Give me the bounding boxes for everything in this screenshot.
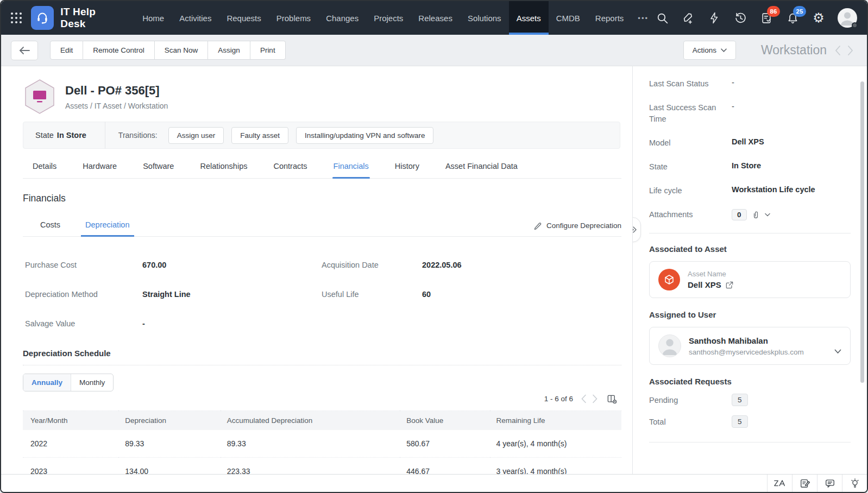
settings-gear-icon[interactable]: ⚙ <box>812 11 826 25</box>
nav-item-requests[interactable]: Requests <box>219 1 268 35</box>
depreciation-schedule-title: Depreciation Schedule <box>23 349 621 365</box>
assign-button[interactable]: Assign <box>208 41 250 60</box>
sidebar-field-attachments: Attachments 0 <box>649 209 851 220</box>
remote-control-button[interactable]: Remote Control <box>83 41 155 60</box>
avatar-status-dot <box>852 22 858 28</box>
tab-hardware[interactable]: Hardware <box>81 153 118 178</box>
notes-edit-icon[interactable] <box>792 475 817 492</box>
print-button[interactable]: Print <box>250 41 286 60</box>
toggle-monthly[interactable]: Monthly <box>71 374 113 391</box>
tab-contracts[interactable]: Contracts <box>272 153 308 178</box>
app-window: IT Help Desk Home Activities Requests Pr… <box>0 0 868 493</box>
subtab-depreciation[interactable]: Depreciation <box>84 215 130 236</box>
transition-faulty-asset-button[interactable]: Faulty asset <box>231 127 288 144</box>
tab-history[interactable]: History <box>394 153 420 178</box>
cell-book-value: 580.67 <box>400 430 489 458</box>
column-header-remaining-life[interactable]: Remaining Life <box>490 411 621 431</box>
notifications-bell-icon[interactable]: 25 <box>785 11 800 25</box>
actions-dropdown-button[interactable]: Actions <box>683 41 736 60</box>
cell-book-value: 446.67 <box>400 458 489 475</box>
tab-details[interactable]: Details <box>32 153 58 178</box>
nav-item-releases[interactable]: Releases <box>411 1 460 35</box>
financials-subtabs: Costs Depreciation Configure Depreciatio… <box>23 215 621 237</box>
table-row[interactable]: 2022 89.33 89.33 580.67 4 year(s), 4 mon… <box>23 430 621 458</box>
zia-assistant-icon[interactable] <box>767 475 792 492</box>
chat-icon[interactable] <box>817 475 842 492</box>
page-previous-icon[interactable] <box>581 394 587 403</box>
breadcrumb[interactable]: Assets / IT Asset / Workstation <box>65 102 168 110</box>
purchase-cost-value: 670.00 <box>142 261 322 269</box>
total-label: Total <box>649 418 732 426</box>
quick-actions-zap-icon[interactable] <box>707 11 721 25</box>
top-navigation-bar: IT Help Desk Home Activities Requests Pr… <box>1 1 867 35</box>
pending-count-badge[interactable]: 5 <box>732 394 748 406</box>
table-row[interactable]: 2023 134.00 223.33 446.67 3 year(s), 4 m… <box>23 458 621 475</box>
lightbulb-tips-icon[interactable] <box>842 475 867 492</box>
approvals-tasks-icon[interactable]: 86 <box>759 11 773 25</box>
configure-depreciation-link[interactable]: Configure Depreciation <box>533 221 621 236</box>
associated-asset-card[interactable]: Asset Name Dell XPS <box>649 261 851 298</box>
chevron-down-icon[interactable] <box>765 213 770 217</box>
nav-item-projects[interactable]: Projects <box>366 1 411 35</box>
scan-now-button[interactable]: Scan Now <box>155 41 209 60</box>
nav-item-assets[interactable]: Assets <box>509 1 549 35</box>
nav-more-icon[interactable]: ••• <box>631 1 655 35</box>
back-button[interactable] <box>11 41 38 60</box>
previous-record-icon[interactable] <box>834 45 841 56</box>
history-icon[interactable] <box>733 11 747 25</box>
field-label: Attachments <box>649 209 732 220</box>
page-next-icon[interactable] <box>592 394 598 403</box>
column-header-year-month[interactable]: Year/Month <box>23 411 118 431</box>
search-icon[interactable] <box>655 11 669 25</box>
total-count-badge[interactable]: 5 <box>732 415 748 428</box>
pending-label: Pending <box>649 396 732 404</box>
user-avatar[interactable] <box>838 8 857 28</box>
paperclip-icon[interactable] <box>751 210 760 219</box>
toggle-annually[interactable]: Annually <box>23 374 71 391</box>
depreciation-fields: Purchase Cost 670.00 Acquisition Date 20… <box>23 261 621 328</box>
cell-remaining-life: 3 year(s), 4 month(s) <box>490 458 621 475</box>
nav-item-home[interactable]: Home <box>135 1 172 35</box>
chevron-down-icon[interactable] <box>834 346 841 357</box>
assigned-to-user-heading: Assigned to User <box>649 310 851 319</box>
external-link-icon[interactable] <box>726 281 733 289</box>
asset-header: Dell - PO# 356[5] Assets / IT Asset / Wo… <box>23 77 621 116</box>
associated-asset-name[interactable]: Dell XPS <box>688 280 721 289</box>
sidebar-field-life-cycle: Life cycle Workstation Life cycle <box>649 185 851 197</box>
cell-depreciation: 134.00 <box>118 458 220 475</box>
column-settings-icon[interactable] <box>607 394 617 404</box>
nav-item-activities[interactable]: Activities <box>172 1 219 35</box>
column-header-accumulated-depreciation[interactable]: Accumulated Depreciation <box>221 411 400 431</box>
assigned-user-card[interactable]: Santhosh Mahibalan santhosh@myservicedes… <box>649 327 851 365</box>
assigned-user-email: santhosh@myservicedeskplus.com <box>689 348 804 356</box>
helpdesk-logo-icon[interactable] <box>31 6 54 30</box>
app-grid-icon[interactable] <box>1 1 31 35</box>
column-header-depreciation[interactable]: Depreciation <box>118 411 220 431</box>
sidebar-scrollbar[interactable] <box>860 81 864 383</box>
nav-item-reports[interactable]: Reports <box>588 1 632 35</box>
transition-assign-user-button[interactable]: Assign user <box>168 127 224 144</box>
nav-item-problems[interactable]: Problems <box>269 1 318 35</box>
sidebar-collapse-icon[interactable] <box>633 217 641 242</box>
asset-title-block: Dell - PO# 356[5] Assets / IT Asset / Wo… <box>65 84 168 110</box>
nav-item-solutions[interactable]: Solutions <box>460 1 509 35</box>
approvals-badge[interactable]: 86 <box>767 6 780 17</box>
tab-relationships[interactable]: Relationships <box>199 153 248 178</box>
tab-software[interactable]: Software <box>142 153 175 178</box>
nav-item-cmdb[interactable]: CMDB <box>549 1 588 35</box>
edit-button[interactable]: Edit <box>50 41 83 60</box>
record-type-title: Workstation <box>761 43 827 58</box>
field-value: - <box>732 102 734 111</box>
sidebar-field-last-scan-status: Last Scan Status - <box>649 78 851 90</box>
nav-item-changes[interactable]: Changes <box>318 1 366 35</box>
transition-installing-vpn-button[interactable]: Installing/updating VPN and software <box>296 127 433 144</box>
column-header-book-value[interactable]: Book Value <box>400 411 489 431</box>
next-record-icon[interactable] <box>847 45 854 56</box>
attachments-count-badge[interactable]: 0 <box>732 209 747 220</box>
quick-add-icon[interactable] <box>681 11 695 25</box>
notifications-badge[interactable]: 25 <box>793 6 806 17</box>
subtab-costs[interactable]: Costs <box>39 215 61 236</box>
tab-asset-financial-data[interactable]: Asset Financial Data <box>444 153 519 178</box>
tab-financials[interactable]: Financials <box>332 153 370 178</box>
pending-requests-row: Pending 5 <box>649 394 851 406</box>
